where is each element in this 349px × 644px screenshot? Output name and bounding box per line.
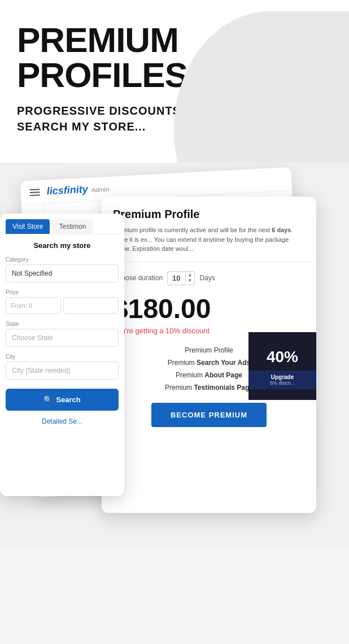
screenshots-container: licsfinity Admin ⚙📍🔔15🚗💼🛒👤⬇🚪 Visit Store…: [0, 163, 349, 547]
promo-upgrade: Upgrade 5% disco...: [248, 371, 316, 389]
state-group: State Choose State: [0, 317, 124, 350]
state-label: State: [6, 321, 119, 327]
duration-row: Choose duration 10 ▲ ▼ Days: [113, 271, 305, 285]
city-group: City City (State needed): [0, 350, 124, 383]
tab-testimonials[interactable]: Testimon: [52, 219, 93, 234]
search-btn-label: Search: [56, 395, 80, 404]
price-to-input[interactable]: [63, 297, 119, 314]
menu-icon[interactable]: [29, 189, 40, 196]
city-input[interactable]: City (State needed): [6, 362, 119, 380]
search-button[interactable]: 🔍 Search: [6, 389, 119, 411]
become-premium-button[interactable]: BECOME PREMIUM: [151, 403, 267, 427]
city-label: City: [6, 354, 119, 360]
promo-line1: Upgrade: [252, 374, 313, 380]
admin-logo: licsfinity Admin: [46, 182, 109, 198]
price-group: Price From: 0: [0, 286, 124, 317]
premium-header: Premium Profile Premium profile is curre…: [102, 197, 316, 262]
price-label: Price: [6, 289, 119, 295]
store-search-title: Search my store: [0, 234, 124, 253]
premium-panel: Premium Profile Premium profile is curre…: [102, 197, 316, 513]
search-icon: 🔍: [43, 395, 53, 404]
state-input[interactable]: Choose State: [6, 329, 119, 347]
price-row: From: 0: [6, 297, 119, 314]
store-panel: Visit Store Testimon Search my store Cat…: [0, 214, 124, 496]
admin-tag: Admin: [91, 186, 109, 194]
category-group: Category Not Specified: [0, 253, 124, 286]
duration-up-arrow[interactable]: ▲: [188, 272, 193, 278]
duration-down-arrow[interactable]: ▼: [188, 278, 193, 284]
promo-percent: 40%: [262, 343, 303, 371]
store-tabs: Visit Store Testimon: [0, 214, 124, 234]
duration-value: 10: [168, 272, 185, 285]
duration-arrows[interactable]: ▲ ▼: [186, 272, 195, 283]
hero-section: PREMIUM PROFILES PROGRESSIVE DISCOUNTS, …: [0, 0, 349, 163]
detailed-search-link[interactable]: Detailed Se...: [0, 414, 124, 429]
logo-text: licsfinity: [46, 184, 88, 198]
category-input[interactable]: Not Specified: [6, 264, 119, 282]
promo-line2: 5% disco...: [252, 380, 313, 386]
tab-visit-store[interactable]: Visit Store: [6, 219, 50, 234]
duration-input[interactable]: 10 ▲ ▼: [167, 271, 195, 285]
price-display: $180.00: [113, 293, 305, 324]
premium-title: Premium Profile: [113, 208, 305, 221]
price-from-input[interactable]: From: 0: [6, 297, 61, 314]
premium-desc: Premium profile is currently active and …: [113, 225, 305, 254]
duration-unit: Days: [199, 274, 215, 282]
promo-badge: 40% Upgrade 5% disco...: [248, 332, 316, 400]
category-label: Category: [6, 256, 119, 263]
